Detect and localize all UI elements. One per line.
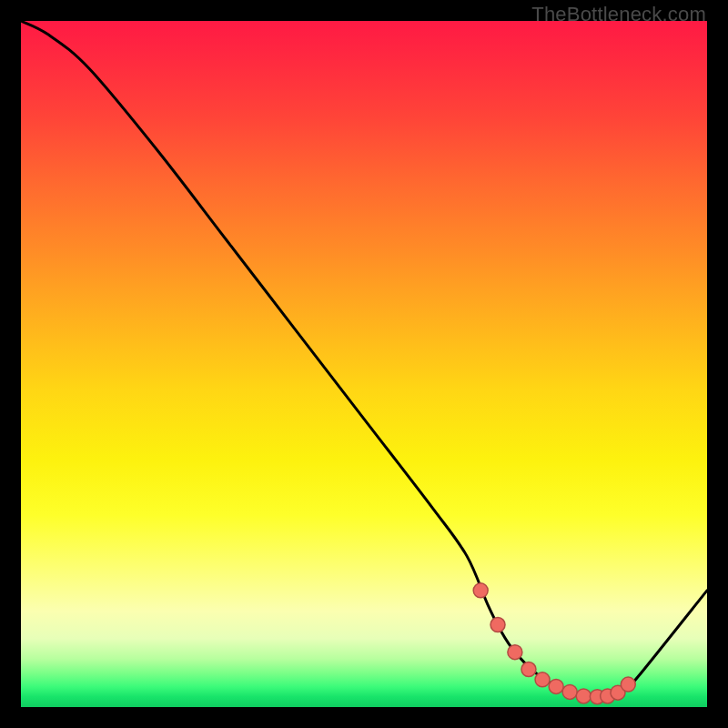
data-point-marker <box>473 583 488 598</box>
data-point-marker <box>549 679 563 693</box>
data-point-marker <box>562 684 577 699</box>
data-point-marker <box>535 672 550 687</box>
data-point-marker <box>508 645 522 660</box>
data-point-marker <box>521 662 536 677</box>
data-point-marker <box>576 689 591 703</box>
chart-overlay <box>21 21 707 707</box>
watermark-text: TheBottleneck.com <box>531 3 706 26</box>
chart-frame: TheBottleneck.com <box>0 0 728 728</box>
data-point-marker <box>490 618 505 632</box>
markers-group <box>473 583 635 704</box>
plot-area <box>21 21 707 707</box>
data-point-marker <box>621 677 635 692</box>
bottleneck-curve <box>21 21 707 698</box>
